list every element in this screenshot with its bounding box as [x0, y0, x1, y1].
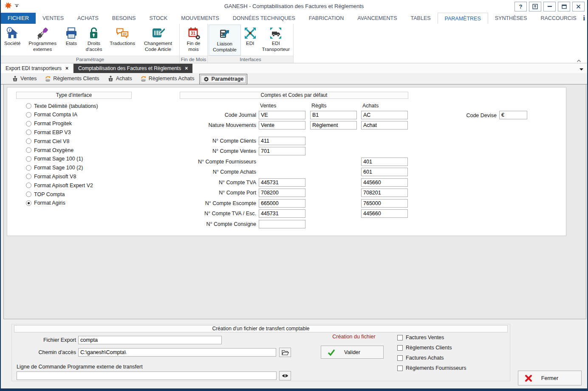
n-compte-tva-esc-ventes-input[interactable]: [259, 209, 305, 218]
ribbon-button-societe[interactable]: iSociété: [2, 25, 23, 56]
radio-texte-delimite-tabulations[interactable]: [26, 103, 31, 109]
code-journal-reglts-input[interactable]: [310, 111, 357, 119]
ribbon-tab-besoins[interactable]: BESOINS: [105, 13, 143, 24]
n-compte-port-ventes-input[interactable]: [259, 188, 305, 197]
radio-format-ciel-v8[interactable]: [26, 138, 31, 144]
checkbox-reglements-fournisseurs[interactable]: Règlements Fournisseurs: [397, 365, 466, 371]
interface-option-texte-delimite-tabulations[interactable]: Texte Délimité (tabulations): [26, 103, 98, 109]
ribbon-tab-ventes[interactable]: VENTES: [36, 13, 71, 24]
nature-mouvements-achats-input[interactable]: [361, 121, 408, 129]
code-journal-ventes-input[interactable]: [259, 111, 305, 119]
ribbon-button-etats[interactable]: Etats: [62, 25, 81, 56]
maximize-button[interactable]: [558, 2, 570, 11]
radio-format-agiris[interactable]: [26, 200, 31, 206]
n-compte-consigne-ventes-input[interactable]: [259, 220, 305, 228]
document-tab-export-edi-transporteurs[interactable]: Export EDI transporteurs×: [1, 64, 74, 73]
view-command-button[interactable]: [279, 371, 291, 380]
ribbon-tab-achats[interactable]: ACHATS: [71, 13, 105, 24]
chemin-acces-input[interactable]: [78, 348, 276, 357]
collapse-ribbon-icon[interactable]: [577, 56, 581, 64]
interface-option-format-ciel-v8[interactable]: Format Ciel V8: [26, 138, 69, 144]
ribbon-tab-syntheses[interactable]: SYNTHÈSES: [488, 13, 534, 24]
ligne-commande-input[interactable]: [17, 371, 277, 380]
interface-option-format-compta-ia[interactable]: Format Compta IA: [26, 112, 77, 118]
pin-window-button[interactable]: [529, 2, 541, 11]
radio-format-progitek[interactable]: [26, 121, 31, 127]
n-compte-tva-ventes-input[interactable]: [259, 178, 305, 187]
interface-option-top-compta[interactable]: TOP Compta: [26, 191, 65, 197]
ribbon-tab-donnees-techniques[interactable]: DONNÉES TECHNIQUES: [226, 13, 302, 24]
tab-list-dropdown-icon[interactable]: [580, 65, 587, 72]
radio-format-oxygene[interactable]: [26, 147, 31, 153]
ribbon-button-changement-code-article[interactable]: Changement Code Article: [138, 25, 178, 56]
ribbon-tab-avancements[interactable]: AVANCEMENTS: [351, 13, 404, 24]
interface-option-format-apisoft-v8[interactable]: Format Apisoft V8: [26, 173, 76, 180]
gear-icon: [203, 76, 209, 82]
n-compte-escompte-achats-input[interactable]: [361, 199, 408, 208]
ribbon-tab-stock[interactable]: STOCK: [142, 13, 174, 24]
code-devise-input[interactable]: [499, 111, 527, 119]
n-compte-ventes-ventes-input[interactable]: [259, 147, 305, 155]
ribbon-tab-mouvements[interactable]: MOUVEMENTS: [174, 13, 226, 24]
n-compte-achats-achats-input[interactable]: [361, 168, 408, 176]
close-tab-icon[interactable]: ×: [65, 65, 68, 71]
n-compte-escompte-ventes-input[interactable]: [259, 199, 305, 208]
document-tab-comptabilisation-des-factures-et-reglements[interactable]: Comptabilisation des Factures et Règleme…: [74, 64, 192, 73]
ribbon-button-droits-d-acces[interactable]: Droits d'accès: [81, 25, 107, 56]
code-journal-achats-input[interactable]: [361, 111, 408, 119]
subtab-label: Paramétrage: [212, 76, 244, 82]
subtab-parametrage[interactable]: Paramétrage: [199, 74, 248, 84]
ribbon-button-edi-transporteur[interactable]: EDI Transporteur: [260, 25, 292, 56]
subtab-ventes[interactable]: Ventes: [8, 74, 40, 84]
browse-folder-button[interactable]: [279, 348, 291, 357]
interface-option-format-oxygene[interactable]: Format Oxygène: [26, 147, 74, 153]
n-compte-clients-ventes-input[interactable]: [259, 137, 305, 145]
interface-option-format-progitek[interactable]: Format Progitek: [26, 121, 72, 127]
close-button[interactable]: [572, 2, 585, 11]
radio-format-ebp-v3[interactable]: [26, 129, 31, 135]
subtab-reglements-clients[interactable]: Règlements Clients: [41, 74, 102, 84]
checkbox-box[interactable]: [397, 345, 403, 351]
ribbon-tab-fichier[interactable]: FICHIER: [1, 13, 36, 24]
ribbon-button-traductions[interactable]: Traductions: [107, 25, 138, 56]
ribbon-button-fin-de-mois[interactable]: 31Fin de mois: [181, 25, 206, 56]
n-compte-fournisseurs-achats-input[interactable]: [361, 158, 408, 166]
radio-format-sage-100-1[interactable]: [26, 156, 31, 162]
radio-format-sage-100-2[interactable]: [26, 165, 31, 171]
checkbox-factures-ventes[interactable]: Factures Ventes: [397, 335, 444, 340]
subtab-label: Règlements Clients: [53, 76, 99, 82]
ribbon-button-edi[interactable]: EDI: [241, 25, 260, 56]
close-tab-icon[interactable]: ×: [185, 65, 188, 71]
valider-button[interactable]: Valider: [321, 346, 384, 359]
calculator-export-icon: [218, 27, 232, 40]
minimize-button[interactable]: [543, 2, 556, 11]
n-compte-tva-esc-achats-input[interactable]: [361, 209, 408, 218]
ribbon-tab-parametres[interactable]: PARAMÈTRES: [438, 13, 488, 24]
radio-format-compta-ia[interactable]: [26, 112, 31, 118]
checkbox-factures-achats[interactable]: Factures Achats: [397, 355, 444, 361]
checkbox-reglements-clients[interactable]: Règlements Clients: [397, 345, 452, 351]
nature-mouvements-ventes-input[interactable]: [259, 121, 305, 129]
subtab-achats[interactable]: Achats: [104, 74, 136, 84]
subtab-reglements-achats[interactable]: Règlements Achats: [137, 74, 198, 84]
interface-option-format-ebp-v3[interactable]: Format EBP V3: [26, 129, 71, 135]
fermer-button[interactable]: Fermer: [518, 371, 582, 385]
n-compte-tva-achats-input[interactable]: [361, 178, 408, 187]
interface-option-format-agiris[interactable]: Format Agiris: [26, 200, 65, 206]
ribbon-button-programmes-externes[interactable]: Programmes externes: [23, 25, 62, 56]
radio-format-apisoft-v8[interactable]: [26, 174, 31, 179]
checkbox-box[interactable]: [397, 335, 403, 340]
ribbon-button-liaison-comptable[interactable]: Liaison Comptable: [209, 25, 241, 56]
ribbon-tab-raccourcis[interactable]: RACCOURCIS: [534, 13, 583, 24]
checkbox-box[interactable]: [397, 366, 403, 371]
nature-mouvements-reglts-input[interactable]: [310, 121, 357, 129]
ribbon-tab-fabrication[interactable]: FABRICATION: [302, 13, 351, 24]
info-icon[interactable]: i: [583, 14, 585, 22]
n-compte-port-achats-input[interactable]: [361, 188, 408, 197]
ribbon-tab-tables[interactable]: TABLES: [404, 13, 438, 24]
radio-format-apisoft-expert-v2[interactable]: [26, 183, 31, 188]
fichier-export-input[interactable]: [78, 336, 222, 344]
radio-top-compta[interactable]: [26, 191, 31, 197]
help-button[interactable]: ?: [514, 2, 527, 11]
checkbox-box[interactable]: [397, 355, 403, 361]
